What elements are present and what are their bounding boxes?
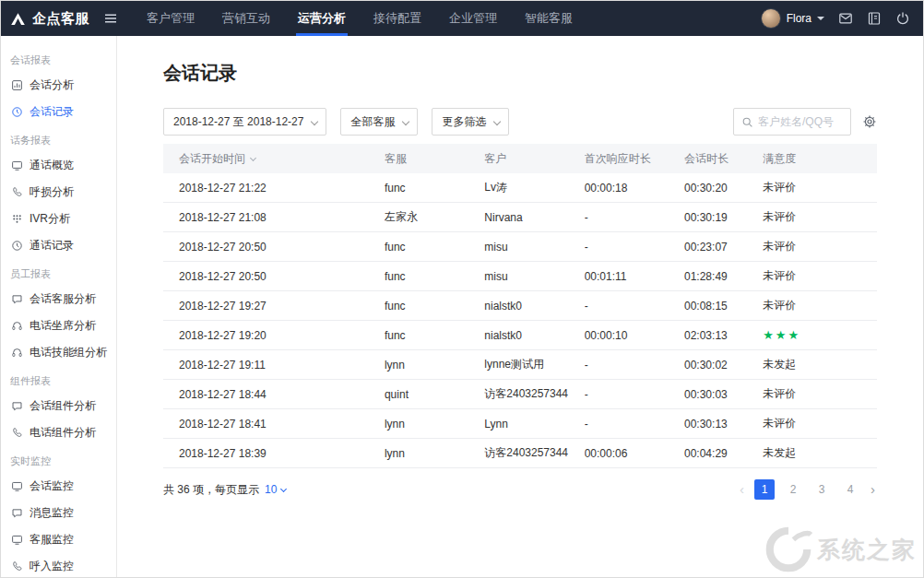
table-row[interactable]: 2018-12-27 19:20funcnialstk000:00:1002:0… <box>163 321 877 350</box>
top-nav-smart-service[interactable]: 智能客服 <box>511 1 586 36</box>
sidebar-item-agent-monitor[interactable]: 客服监控 <box>1 526 116 553</box>
table-row[interactable]: 2018-12-27 19:27funcnialstk0-00:08:15未评价 <box>163 291 877 321</box>
grid-icon <box>11 213 23 225</box>
top-nav-enterprise-management[interactable]: 企业管理 <box>435 1 511 36</box>
hamburger-menu-icon[interactable] <box>103 11 118 26</box>
sidebar-item-label: 呼入监控 <box>30 559 74 574</box>
cell-satisfaction: 未评价 <box>763 298 877 313</box>
sidebar-item-inbound-monitor[interactable]: 呼入监控 <box>1 553 116 577</box>
satisfaction-stars: ★★★ <box>763 328 800 342</box>
cell-time: 2018-12-27 19:20 <box>163 329 385 342</box>
column-header: 首次响应时长 <box>585 151 684 167</box>
cell-customer: Lynn <box>484 418 584 431</box>
cell-customer: lynne测试用 <box>484 357 584 372</box>
table-row[interactable]: 2018-12-27 20:50funcmisu00:01:1101:28:49… <box>163 262 877 291</box>
next-page-button[interactable]: › <box>869 479 877 500</box>
search-box[interactable] <box>733 108 851 136</box>
table-row[interactable]: 2018-12-27 21:08左家永Nirvana-00:30:19未评价 <box>163 203 877 232</box>
sidebar-item-session-agent-analysis[interactable]: 会话客服分析 <box>1 286 116 313</box>
column-header: 满意度 <box>763 151 877 167</box>
sidebar-item-session-monitor[interactable]: 会话监控 <box>1 473 116 500</box>
sort-caret-icon[interactable] <box>250 154 256 160</box>
table-row[interactable]: 2018-12-27 20:50funcmisu-00:23:07未评价 <box>163 232 877 262</box>
cell-time: 2018-12-27 20:50 <box>163 270 385 283</box>
mail-icon[interactable] <box>838 11 853 26</box>
date-range-select[interactable]: 2018-12-27 至 2018-12-27 <box>163 108 326 136</box>
sidebar-item-label: 通话记录 <box>30 238 74 254</box>
cell-customer: 访客2403257344 <box>484 445 584 461</box>
top-nav-customer-management[interactable]: 客户管理 <box>133 1 208 36</box>
sidebar-item-session-analysis[interactable]: 会话分析 <box>1 72 116 99</box>
search-icon <box>741 116 753 128</box>
cell-first-response: 00:00:18 <box>585 182 684 195</box>
table-row[interactable]: 2018-12-27 18:39lynn访客240325734400:00:06… <box>163 439 877 468</box>
agent-select-value: 全部客服 <box>350 114 395 130</box>
cell-first-response: 00:01:11 <box>585 270 684 283</box>
sidebar-section-title: 会话报表 <box>1 45 116 72</box>
sidebar-item-phone-widget-analysis[interactable]: 电话组件分析 <box>1 419 116 446</box>
sidebar-item-label: 会话记录 <box>30 104 74 120</box>
sidebar-item-label: 会话监控 <box>30 478 74 494</box>
agent-select[interactable]: 全部客服 <box>340 108 418 136</box>
sidebar-item-call-overview[interactable]: 通话概览 <box>1 152 116 179</box>
prev-page-button[interactable]: ‹ <box>738 479 746 500</box>
phone-icon <box>11 427 23 439</box>
page-button-4[interactable]: 4 <box>840 479 860 500</box>
more-filters-select[interactable]: 更多筛选 <box>432 108 509 136</box>
cell-agent: lynn <box>385 359 484 372</box>
cell-first-response: 00:00:06 <box>585 447 684 460</box>
cell-first-response: - <box>585 388 684 401</box>
brand-name: 企点客服 <box>32 10 89 28</box>
sidebar-item-call-loss-analysis[interactable]: 呼损分析 <box>1 179 116 206</box>
top-nav-operation-analytics[interactable]: 运营分析 <box>284 1 360 36</box>
table-row[interactable]: 2018-12-27 18:44quint访客2403257344-00:30:… <box>163 380 877 409</box>
date-range-value: 2018-12-27 至 2018-12-27 <box>173 114 303 130</box>
sidebar-item-session-widget-analysis[interactable]: 会话组件分析 <box>1 393 116 419</box>
cell-agent: func <box>385 241 484 254</box>
page-button-3[interactable]: 3 <box>811 479 832 500</box>
sidebar-item-label: 呼损分析 <box>30 184 74 200</box>
user-menu[interactable]: Flora <box>761 8 824 29</box>
cell-customer: misu <box>484 241 584 254</box>
cell-satisfaction: 未评价 <box>763 386 877 402</box>
top-nav-marketing-interaction[interactable]: 营销互动 <box>208 1 284 36</box>
cell-satisfaction: 未评价 <box>763 180 877 195</box>
sidebar-item-phone-skillgroup-analysis[interactable]: 电话技能组分析 <box>1 339 116 366</box>
search-input[interactable] <box>758 115 843 128</box>
cell-satisfaction: 未发起 <box>763 445 877 461</box>
cell-duration: 02:03:13 <box>684 329 763 342</box>
contacts-book-icon[interactable] <box>867 11 882 26</box>
cell-duration: 00:30:02 <box>684 359 763 372</box>
page-size-select[interactable]: 10 <box>265 483 286 496</box>
sidebar-item-call-records[interactable]: 通话记录 <box>1 232 116 259</box>
cell-satisfaction: ★★★ <box>763 328 877 342</box>
cell-satisfaction: 未评价 <box>763 416 877 431</box>
main-content: 会话记录 2018-12-27 至 2018-12-27 全部客服 更多筛选 <box>117 36 923 577</box>
sidebar-item-label: IVR分析 <box>30 211 70 227</box>
table-row[interactable]: 2018-12-27 21:22funcLv涛00:00:1800:30:20未… <box>163 173 877 203</box>
column-header: 客户 <box>484 151 584 167</box>
table-row[interactable]: 2018-12-27 19:11lynnlynne测试用-00:30:02未发起 <box>163 350 877 380</box>
cell-duration: 00:30:20 <box>684 182 763 195</box>
top-nav-reception-config[interactable]: 接待配置 <box>360 1 435 36</box>
sidebar-item-message-monitor[interactable]: 消息监控 <box>1 500 116 526</box>
sidebar-item-session-records[interactable]: 会话记录 <box>1 99 116 125</box>
cell-duration: 00:04:29 <box>684 447 763 460</box>
pagination: ‹1234› <box>738 479 877 500</box>
power-icon[interactable] <box>895 11 910 26</box>
app-window: 企点客服 客户管理营销互动运营分析接待配置企业管理智能客服 Flora 会话报表… <box>0 0 924 578</box>
total-items-label: 共 36 项，每页显示 <box>163 482 259 498</box>
column-header-label: 客户 <box>484 152 506 165</box>
clock-icon <box>11 240 23 252</box>
settings-gear-icon[interactable] <box>862 114 877 129</box>
sidebar-item-ivr-analysis[interactable]: IVR分析 <box>1 206 116 232</box>
cell-time: 2018-12-27 21:22 <box>163 182 385 195</box>
chevron-down-icon <box>402 118 409 125</box>
table-row[interactable]: 2018-12-27 18:41lynnLynn-00:30:13未评价 <box>163 409 877 439</box>
page-button-2[interactable]: 2 <box>783 479 803 500</box>
sidebar-item-label: 通话概览 <box>30 158 74 173</box>
page-button-1[interactable]: 1 <box>754 479 775 500</box>
sidebar-item-phone-seat-analysis[interactable]: 电话坐席分析 <box>1 313 116 339</box>
filter-bar-right <box>733 108 877 136</box>
brand: 企点客服 <box>10 10 118 28</box>
